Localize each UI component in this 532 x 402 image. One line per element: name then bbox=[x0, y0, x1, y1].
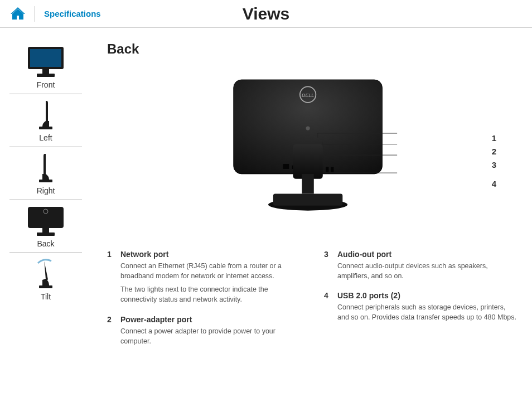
callout-2: 2 bbox=[492, 145, 496, 158]
svg-text:DELL: DELL bbox=[302, 93, 314, 98]
svg-rect-6 bbox=[28, 207, 64, 228]
desc-num: 2 bbox=[107, 315, 120, 350]
callout-4: 4 bbox=[492, 177, 496, 191]
svg-rect-4 bbox=[39, 127, 52, 129]
desc-col-right: 3 Audio-out port Connect audio-output de… bbox=[324, 250, 519, 356]
desc-text: Connect a power adapter to provide power… bbox=[120, 326, 302, 346]
top-bar: Specifications Views bbox=[0, 0, 532, 28]
back-view-icon bbox=[9, 204, 82, 237]
left-view-icon bbox=[9, 98, 82, 131]
svg-rect-8 bbox=[42, 228, 49, 233]
svg-rect-15 bbox=[283, 164, 289, 169]
sidebar-item-label: Front bbox=[9, 80, 82, 89]
desc-title: Audio-out port bbox=[337, 250, 519, 259]
desc-col-left: 1 Network port Connect an Ethernet (RJ45… bbox=[107, 250, 302, 356]
desc-num: 3 bbox=[324, 250, 337, 284]
desc-item-1: 1 Network port Connect an Ethernet (RJ45… bbox=[107, 250, 302, 308]
desc-title: Power-adapter port bbox=[120, 315, 302, 324]
sidebar-item-label: Left bbox=[9, 133, 82, 142]
sidebar-item-back[interactable]: Back bbox=[9, 200, 82, 253]
desc-num: 4 bbox=[324, 291, 337, 326]
desc-text: Connect audio-output devices such as spe… bbox=[337, 261, 519, 281]
desc-num: 1 bbox=[107, 250, 120, 308]
svg-rect-23 bbox=[273, 193, 342, 205]
callout-3: 3 bbox=[492, 158, 496, 172]
front-view-icon bbox=[9, 45, 82, 78]
section-heading: Back bbox=[107, 41, 519, 57]
svg-point-14 bbox=[306, 127, 310, 130]
port-descriptions: 1 Network port Connect an Ethernet (RJ45… bbox=[107, 250, 519, 356]
sidebar-item-label: Tilt bbox=[9, 292, 82, 301]
svg-rect-1 bbox=[30, 49, 61, 67]
tilt-view-icon bbox=[9, 256, 82, 290]
svg-rect-20 bbox=[326, 167, 328, 172]
main-content: Back DELL bbox=[85, 41, 525, 356]
views-sidebar: Front Left Right bbox=[7, 41, 85, 356]
sidebar-item-left[interactable]: Left bbox=[9, 94, 82, 147]
callout-numbers: 1 2 3 4 bbox=[492, 132, 496, 191]
product-figure: DELL bbox=[107, 66, 519, 233]
svg-rect-18 bbox=[293, 144, 322, 179]
desc-title: Network port bbox=[120, 250, 302, 259]
sidebar-item-label: Back bbox=[9, 239, 82, 248]
svg-rect-3 bbox=[37, 74, 55, 77]
sidebar-item-label: Right bbox=[9, 186, 82, 195]
sidebar-item-right[interactable]: Right bbox=[9, 147, 82, 200]
svg-rect-5 bbox=[39, 180, 52, 182]
desc-text: Connect peripherals such as storage devi… bbox=[337, 302, 519, 322]
desc-text: The two lights next to the connector ind… bbox=[120, 284, 302, 304]
svg-rect-10 bbox=[39, 285, 52, 288]
sidebar-item-front[interactable]: Front bbox=[9, 41, 82, 94]
desc-item-4: 4 USB 2.0 ports (2) Connect peripherals … bbox=[324, 291, 519, 326]
svg-rect-19 bbox=[302, 174, 313, 194]
specifications-link[interactable]: Specifications bbox=[44, 9, 101, 18]
divider bbox=[35, 6, 35, 22]
monitor-back-illustration: DELL bbox=[224, 66, 402, 227]
sidebar-item-tilt[interactable]: Tilt bbox=[9, 253, 82, 306]
home-icon[interactable] bbox=[10, 6, 26, 22]
desc-item-3: 3 Audio-out port Connect audio-output de… bbox=[324, 250, 519, 284]
desc-text: Connect an Ethernet (RJ45) cable from a … bbox=[120, 261, 302, 281]
right-view-icon bbox=[9, 151, 82, 184]
svg-rect-9 bbox=[37, 233, 55, 236]
desc-title: USB 2.0 ports (2) bbox=[337, 291, 519, 300]
svg-rect-21 bbox=[331, 167, 333, 172]
svg-rect-2 bbox=[42, 69, 49, 74]
desc-item-2: 2 Power-adapter port Connect a power ada… bbox=[107, 315, 302, 350]
callout-1: 1 bbox=[492, 132, 496, 145]
